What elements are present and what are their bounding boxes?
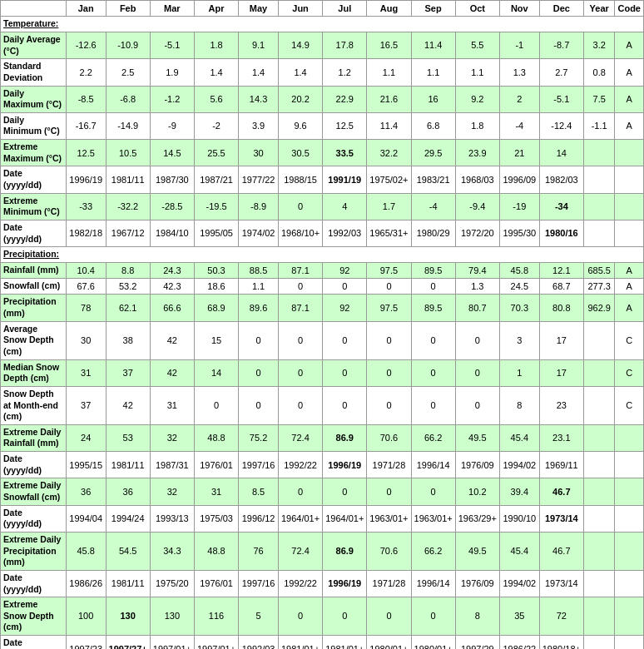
- row-label: Daily Minimum (°C): [1, 112, 67, 139]
- row-label: Extreme Maximum (°C): [1, 140, 67, 166]
- cell-1-10-13: [615, 532, 644, 570]
- cell-0-3-10: -4: [499, 112, 539, 139]
- cell-1-8-10: 39.4: [499, 478, 539, 505]
- cell-1-13-7: 1980/01+: [367, 636, 411, 649]
- cell-1-9-11: 1973/14: [539, 505, 583, 532]
- cell-0-2-0: -8.5: [66, 86, 106, 112]
- cell-1-6-7: 70.6: [367, 424, 411, 451]
- cell-1-12-8: 0: [411, 597, 455, 636]
- cell-0-3-6: 12.5: [323, 112, 367, 139]
- cell-0-2-5: 20.2: [278, 86, 322, 112]
- cell-0-6-6: 4: [323, 193, 367, 220]
- cell-1-0-10: 45.8: [499, 262, 539, 278]
- cell-1-8-2: 32: [150, 478, 194, 505]
- cell-1-0-11: 12.1: [539, 262, 583, 278]
- cell-0-3-12: -1.1: [583, 112, 615, 139]
- cell-0-3-8: 6.8: [411, 112, 455, 139]
- cell-1-0-8: 89.5: [411, 262, 455, 278]
- row-label: Snowfall (cm): [1, 279, 67, 295]
- cell-1-13-4: 1992/03: [239, 636, 279, 649]
- cell-1-9-13: [615, 505, 644, 532]
- cell-1-4-1: 37: [106, 359, 150, 386]
- cell-1-0-1: 8.8: [106, 262, 150, 278]
- data-row-1-4: Median Snow Depth (cm)31374214000000117C: [1, 359, 644, 386]
- cell-1-13-2: 1997/01+: [150, 636, 194, 649]
- cell-0-2-8: 16: [411, 86, 455, 112]
- section-title-1: Precipitation:: [1, 247, 644, 263]
- cell-0-7-7: 1965/31+: [367, 220, 411, 246]
- cell-1-8-12: [583, 478, 615, 505]
- cell-1-7-1: 1981/11: [106, 452, 150, 478]
- cell-1-11-11: 1973/14: [539, 570, 583, 597]
- cell-0-2-6: 22.9: [323, 86, 367, 112]
- column-headers: JanFebMarAprMayJunJulAugSepOctNovDecYear…: [1, 1, 644, 17]
- cell-1-1-11: 68.7: [539, 279, 583, 295]
- cell-0-4-4: 30: [239, 140, 279, 166]
- cell-0-5-0: 1996/19: [66, 166, 106, 193]
- cell-1-4-7: 0: [367, 359, 411, 386]
- cell-1-12-1: 130: [106, 597, 150, 636]
- cell-1-5-2: 31: [150, 386, 194, 424]
- cell-1-4-3: 14: [194, 359, 238, 386]
- cell-0-6-13: [615, 193, 644, 220]
- cell-1-3-5: 0: [278, 321, 322, 359]
- cell-1-8-0: 36: [66, 478, 106, 505]
- cell-1-9-5: 1964/01+: [278, 505, 322, 532]
- cell-1-1-6: 0: [323, 279, 367, 295]
- data-row-1-12: Extreme Snow Depth (cm)10013013011650000…: [1, 597, 644, 636]
- cell-1-5-1: 42: [106, 386, 150, 424]
- cell-0-1-5: 1.4: [278, 59, 322, 86]
- cell-1-3-9: 0: [455, 321, 499, 359]
- cell-0-5-8: 1983/21: [411, 166, 455, 193]
- cell-0-7-3: 1995/05: [194, 220, 238, 246]
- cell-0-5-6: 1991/19: [323, 166, 367, 193]
- cell-1-4-5: 0: [278, 359, 322, 386]
- cell-0-4-0: 12.5: [66, 140, 106, 166]
- climate-data-table: JanFebMarAprMayJunJulAugSepOctNovDecYear…: [0, 0, 644, 649]
- cell-0-1-12: 0.8: [583, 59, 615, 86]
- cell-1-7-0: 1995/15: [66, 452, 106, 478]
- cell-1-9-1: 1994/24: [106, 505, 150, 532]
- cell-1-13-11: 1980/18+: [539, 636, 583, 649]
- cell-0-0-13: A: [615, 32, 644, 58]
- cell-1-7-5: 1992/22: [278, 452, 322, 478]
- cell-1-8-8: 0: [411, 478, 455, 505]
- cell-1-1-3: 18.6: [194, 279, 238, 295]
- cell-1-10-6: 86.9: [323, 532, 367, 570]
- cell-1-12-11: 72: [539, 597, 583, 636]
- col-header-may: May: [239, 1, 279, 17]
- cell-1-8-5: 0: [278, 478, 322, 505]
- cell-1-2-1: 62.1: [106, 295, 150, 321]
- cell-0-5-11: 1982/03: [539, 166, 583, 193]
- cell-1-8-1: 36: [106, 478, 150, 505]
- cell-1-5-8: 0: [411, 386, 455, 424]
- cell-1-13-1: 1997/27+: [106, 636, 150, 649]
- cell-0-1-13: A: [615, 59, 644, 86]
- cell-1-11-1: 1981/11: [106, 570, 150, 597]
- cell-0-3-0: -16.7: [66, 112, 106, 139]
- col-header-aug: Aug: [367, 1, 411, 17]
- cell-0-2-9: 9.2: [455, 86, 499, 112]
- col-header-jun: Jun: [278, 1, 322, 17]
- cell-1-8-6: 0: [323, 478, 367, 505]
- cell-1-13-6: 1981/01+: [323, 636, 367, 649]
- cell-1-3-8: 0: [411, 321, 455, 359]
- cell-1-13-12: [583, 636, 615, 649]
- col-header-sep: Sep: [411, 1, 455, 17]
- data-row-0-6: Extreme Minimum (°C)-33-32.2-28.5-19.5-8…: [1, 193, 644, 220]
- cell-1-11-8: 1996/14: [411, 570, 455, 597]
- data-row-1-2: Precipitation (mm)7862.166.668.989.687.1…: [1, 295, 644, 321]
- cell-1-4-2: 42: [150, 359, 194, 386]
- data-row-1-11: Date (yyyy/dd)1986/261981/111975/201976/…: [1, 570, 644, 597]
- cell-0-4-9: 23.9: [455, 140, 499, 166]
- data-row-1-0: Rainfall (mm)10.48.824.350.388.587.19297…: [1, 262, 644, 278]
- row-label: Date (yyyy/dd): [1, 166, 67, 193]
- cell-1-2-7: 97.5: [367, 295, 411, 321]
- row-label: Date (yyyy/dd): [1, 570, 67, 597]
- cell-0-2-2: -1.2: [150, 86, 194, 112]
- cell-1-0-12: 685.5: [583, 262, 615, 278]
- cell-1-10-12: [583, 532, 615, 570]
- col-header-year: Year: [583, 1, 615, 17]
- cell-1-1-4: 1.1: [239, 279, 279, 295]
- cell-0-0-5: 14.9: [278, 32, 322, 58]
